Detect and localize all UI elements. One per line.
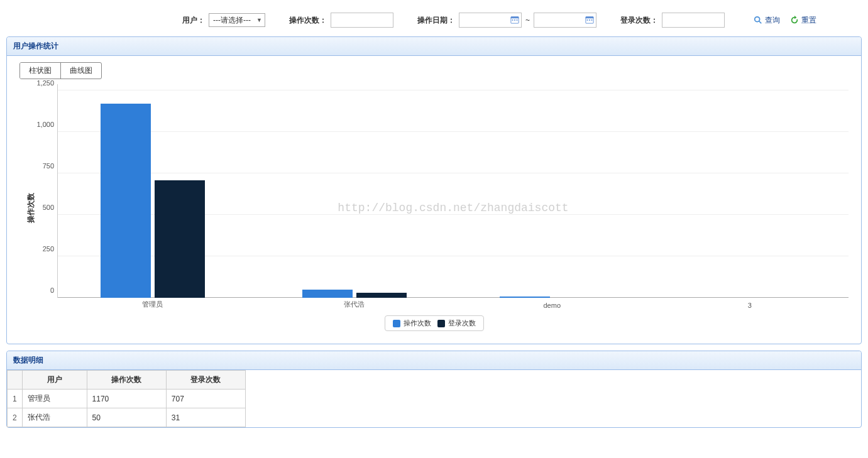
chart-panel: 用户操作统计 柱状图 曲线图 操作次数 http://blog.csdn.net…	[6, 36, 862, 344]
cell-user: 管理员	[22, 390, 87, 408]
reset-button[interactable]: 重置	[790, 15, 816, 26]
bar-login[interactable]	[155, 180, 205, 298]
svg-rect-6	[586, 17, 593, 19]
bar-group	[101, 104, 205, 298]
bar-ops[interactable]	[302, 290, 353, 298]
chart-wrap: 操作次数 http://blog.csdn.net/zhangdaiscott …	[19, 84, 849, 331]
chart-panel-title: 用户操作统计	[7, 37, 861, 56]
date-separator: ~	[525, 16, 530, 25]
ytick-label: 1,250	[26, 79, 54, 87]
table-header-row: 用户 操作次数 登录次数	[8, 371, 246, 390]
cell-user: 张代浩	[22, 408, 87, 427]
grid-line	[58, 90, 849, 90]
legend-label-ops: 操作次数	[404, 319, 431, 328]
login-input[interactable]	[662, 13, 725, 28]
bar-group	[302, 290, 407, 298]
ytick-label: 500	[26, 204, 54, 211]
ops-label: 操作次数：	[289, 15, 327, 26]
reset-button-label: 重置	[801, 15, 816, 26]
search-icon	[754, 16, 762, 25]
login-label: 登录次数：	[620, 15, 658, 26]
ytick-label: 0	[26, 286, 54, 294]
tab-bar[interactable]: 柱状图	[20, 63, 61, 79]
xtick-label: 3	[748, 302, 752, 309]
svg-line-11	[759, 21, 762, 24]
col-ops: 操作次数	[87, 371, 166, 390]
date-from-wrap	[459, 13, 522, 28]
detail-panel: 数据明细 用户 操作次数 登录次数 1管理员11707072张代浩5031	[6, 351, 862, 428]
bar-group	[500, 297, 604, 298]
svg-rect-3	[514, 19, 515, 21]
cell-ops: 50	[87, 408, 166, 427]
filter-user-group: 用户： ---请选择---	[182, 13, 265, 27]
filter-ops-group: 操作次数：	[289, 13, 393, 28]
detail-table: 用户 操作次数 登录次数 1管理员11707072张代浩5031	[7, 370, 246, 427]
col-index	[8, 371, 23, 390]
cell-login: 31	[166, 408, 245, 427]
user-select[interactable]: ---请选择---	[209, 13, 265, 27]
date-to-wrap	[534, 13, 596, 28]
cell-index: 1	[8, 390, 23, 408]
table-row[interactable]: 1管理员1170707	[8, 390, 246, 408]
chart-area: http://blog.csdn.net/zhangdaiscott 02505…	[57, 84, 849, 298]
table-row[interactable]: 2张代浩5031	[8, 408, 246, 427]
tab-line[interactable]: 曲线图	[61, 63, 101, 79]
legend-box: 操作次数 登录次数	[385, 315, 484, 331]
ytick-label: 1,000	[26, 121, 54, 128]
ops-input[interactable]	[331, 13, 393, 28]
xtick-label: demo	[543, 302, 561, 309]
legend-label-login: 登录次数	[448, 319, 476, 328]
svg-rect-2	[512, 19, 514, 21]
legend-swatch-ops	[393, 320, 400, 327]
ytick-label: 750	[26, 162, 54, 170]
svg-rect-7	[587, 19, 588, 21]
xtick-label: 管理员	[142, 300, 163, 309]
chart-type-tabs: 柱状图 曲线图	[19, 62, 102, 79]
legend-item-ops[interactable]: 操作次数	[393, 319, 431, 328]
ytick-label: 250	[26, 245, 54, 253]
user-label: 用户：	[182, 15, 205, 26]
chart-legend: 操作次数 登录次数	[19, 315, 849, 331]
svg-point-10	[755, 17, 760, 22]
col-login: 登录次数	[166, 371, 245, 390]
bar-login[interactable]	[356, 293, 407, 298]
chart-panel-body: 柱状图 曲线图 操作次数 http://blog.csdn.net/zhangd…	[7, 56, 861, 344]
bar-ops[interactable]	[500, 297, 550, 298]
watermark-text: http://blog.csdn.net/zhangdaiscott	[338, 202, 568, 214]
detail-panel-title: 数据明细	[7, 351, 861, 370]
cell-ops: 1170	[87, 390, 166, 408]
legend-item-login[interactable]: 登录次数	[437, 319, 476, 328]
filter-date-group: 操作日期： ~	[417, 13, 596, 28]
svg-rect-8	[589, 19, 590, 21]
cell-login: 707	[166, 390, 245, 408]
col-user: 用户	[22, 371, 87, 390]
bar-ops[interactable]	[101, 104, 151, 298]
svg-rect-9	[591, 19, 593, 21]
user-select-value: ---请选择---	[213, 15, 251, 26]
date-label: 操作日期：	[417, 15, 455, 26]
filter-login-group: 登录次数：	[620, 13, 725, 28]
query-button[interactable]: 查询	[754, 15, 780, 26]
filter-bar: 用户： ---请选择--- 操作次数： 操作日期： ~ 登录次数： 查询 重置	[0, 0, 868, 34]
svg-rect-4	[517, 19, 518, 21]
calendar-icon[interactable]	[510, 15, 519, 24]
cell-index: 2	[8, 408, 23, 427]
svg-rect-1	[511, 17, 519, 19]
query-button-label: 查询	[765, 15, 780, 26]
detail-panel-body: 用户 操作次数 登录次数 1管理员11707072张代浩5031	[7, 370, 861, 427]
legend-swatch-login	[437, 320, 445, 327]
xtick-label: 张代浩	[344, 300, 365, 309]
refresh-icon	[790, 16, 799, 25]
calendar-icon[interactable]	[585, 15, 594, 24]
